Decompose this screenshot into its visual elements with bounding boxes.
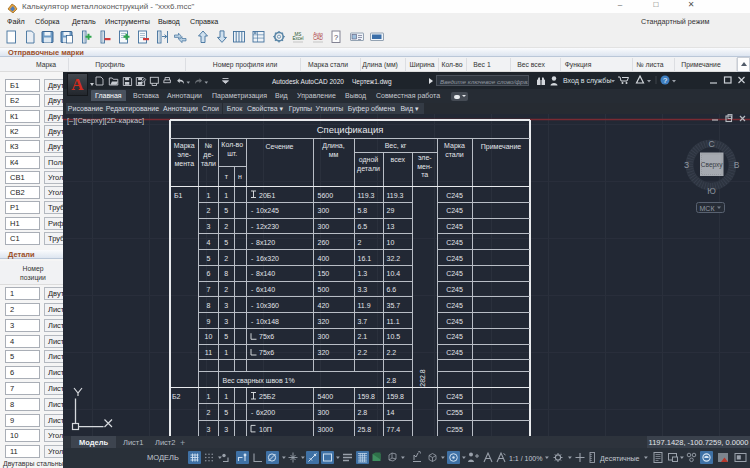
svg-text:1: 1 xyxy=(224,349,228,356)
svg-text:5: 5 xyxy=(224,333,228,340)
svg-text:300: 300 xyxy=(318,409,330,416)
svg-text:одной: одной xyxy=(359,156,379,164)
svg-text:мента: мента xyxy=(174,160,194,167)
svg-text:2.2: 2.2 xyxy=(358,349,368,356)
svg-text:де-: де- xyxy=(203,151,214,159)
svg-text:20Б1: 20Б1 xyxy=(259,192,275,199)
svg-text:3: 3 xyxy=(224,302,228,309)
svg-text:300: 300 xyxy=(318,333,330,340)
svg-text:-: - xyxy=(251,270,254,277)
svg-text:25.8: 25.8 xyxy=(358,426,372,433)
svg-text:мм: мм xyxy=(329,151,339,158)
svg-text:500: 500 xyxy=(318,286,330,293)
svg-text:5: 5 xyxy=(207,255,211,262)
svg-text:150: 150 xyxy=(318,270,330,277)
svg-text:8: 8 xyxy=(224,270,228,277)
svg-text:С245: С245 xyxy=(446,393,463,400)
svg-text:3: 3 xyxy=(207,223,211,230)
svg-text:6.6: 6.6 xyxy=(387,286,397,293)
svg-text:6х200: 6х200 xyxy=(256,409,275,416)
svg-text:-: - xyxy=(251,409,254,416)
svg-text:10: 10 xyxy=(205,333,213,340)
svg-text:1: 1 xyxy=(224,192,228,199)
svg-text:2: 2 xyxy=(207,409,211,416)
svg-text:та: та xyxy=(421,171,428,178)
svg-text:32.2: 32.2 xyxy=(387,255,401,262)
svg-text:13: 13 xyxy=(387,223,395,230)
svg-text:119.3: 119.3 xyxy=(358,192,375,199)
svg-text:Сверху: Сверху xyxy=(701,161,723,169)
svg-text:Сечение: Сечение xyxy=(266,143,294,150)
svg-text:З: З xyxy=(684,160,689,170)
svg-text:-: - xyxy=(251,223,254,230)
svg-text:5: 5 xyxy=(224,239,228,246)
svg-text:159.8: 159.8 xyxy=(358,393,376,400)
svg-text:2: 2 xyxy=(224,255,228,262)
svg-text:5400: 5400 xyxy=(318,393,334,400)
svg-text:29: 29 xyxy=(387,207,395,214)
svg-text:мен-: мен- xyxy=(417,163,433,170)
svg-text:260: 260 xyxy=(318,239,330,246)
svg-text:?: ? xyxy=(334,33,338,42)
svg-text:-: - xyxy=(251,318,254,325)
svg-text:Б2: Б2 xyxy=(172,393,181,400)
svg-text:11.9: 11.9 xyxy=(358,302,371,309)
svg-text:10.4: 10.4 xyxy=(387,270,401,277)
svg-text:1:1 / 100%: 1:1 / 100% xyxy=(509,455,542,462)
svg-text:Кол-во: Кол-во xyxy=(221,141,243,148)
svg-text:2: 2 xyxy=(207,207,211,214)
svg-text:2: 2 xyxy=(224,223,228,230)
svg-text:119.3: 119.3 xyxy=(387,192,404,199)
svg-text:С245: С245 xyxy=(446,255,463,262)
svg-text:5: 5 xyxy=(224,207,228,214)
svg-text:детали: детали xyxy=(357,165,380,173)
svg-text:всех: всех xyxy=(391,156,406,163)
svg-text:12х230: 12х230 xyxy=(256,223,279,230)
svg-text:т: т xyxy=(225,173,229,180)
svg-text:Ю: Ю xyxy=(707,186,716,196)
svg-text:тали: тали xyxy=(201,160,216,167)
svg-text:14: 14 xyxy=(387,409,395,416)
svg-text:Примечание: Примечание xyxy=(481,143,522,151)
svg-text:75х6: 75х6 xyxy=(259,333,274,340)
svg-text:С245: С245 xyxy=(446,333,463,340)
svg-text:9: 9 xyxy=(207,318,211,325)
svg-text:-: - xyxy=(251,239,254,246)
svg-text:5: 5 xyxy=(224,409,228,416)
svg-text:3: 3 xyxy=(224,318,228,325)
svg-text:8х120: 8х120 xyxy=(256,239,275,246)
svg-text:1.3: 1.3 xyxy=(358,270,368,277)
svg-text:75х6: 75х6 xyxy=(259,349,274,356)
svg-text:эле-: эле- xyxy=(418,154,432,161)
svg-text:Длина,: Длина, xyxy=(322,142,344,150)
svg-text:11: 11 xyxy=(205,349,212,356)
svg-text:С245: С245 xyxy=(446,286,463,293)
svg-text:С245: С245 xyxy=(446,239,463,246)
svg-text:5600: 5600 xyxy=(318,192,334,199)
svg-text:16х320: 16х320 xyxy=(256,255,279,262)
svg-text:2: 2 xyxy=(358,239,362,246)
svg-text:С245: С245 xyxy=(446,318,463,325)
svg-text:2.1: 2.1 xyxy=(358,333,368,340)
svg-text:1: 1 xyxy=(224,393,228,400)
svg-text:Вход в службы: Вход в службы xyxy=(563,77,611,85)
svg-text:-: - xyxy=(251,286,254,293)
svg-text:10х245: 10х245 xyxy=(256,207,279,214)
svg-text:1: 1 xyxy=(207,192,211,199)
svg-text:В: В xyxy=(734,160,740,170)
svg-text:2.2: 2.2 xyxy=(387,349,397,356)
svg-text:10х360: 10х360 xyxy=(256,302,279,309)
svg-text:Марка: Марка xyxy=(174,142,195,150)
svg-text:400: 400 xyxy=(318,255,330,262)
svg-text:С245: С245 xyxy=(446,349,463,356)
svg-text:1: 1 xyxy=(207,393,211,400)
svg-text:С245: С245 xyxy=(446,223,463,230)
svg-text:420: 420 xyxy=(318,302,330,309)
svg-text:Б1: Б1 xyxy=(174,192,183,199)
svg-text:11.1: 11.1 xyxy=(387,318,400,325)
svg-text:шт.: шт. xyxy=(227,150,237,157)
svg-text:Вес сварных швов 1%: Вес сварных швов 1% xyxy=(223,377,295,385)
svg-text:3000: 3000 xyxy=(318,426,334,433)
svg-text:300: 300 xyxy=(318,223,330,230)
svg-text:320: 320 xyxy=(318,318,330,325)
